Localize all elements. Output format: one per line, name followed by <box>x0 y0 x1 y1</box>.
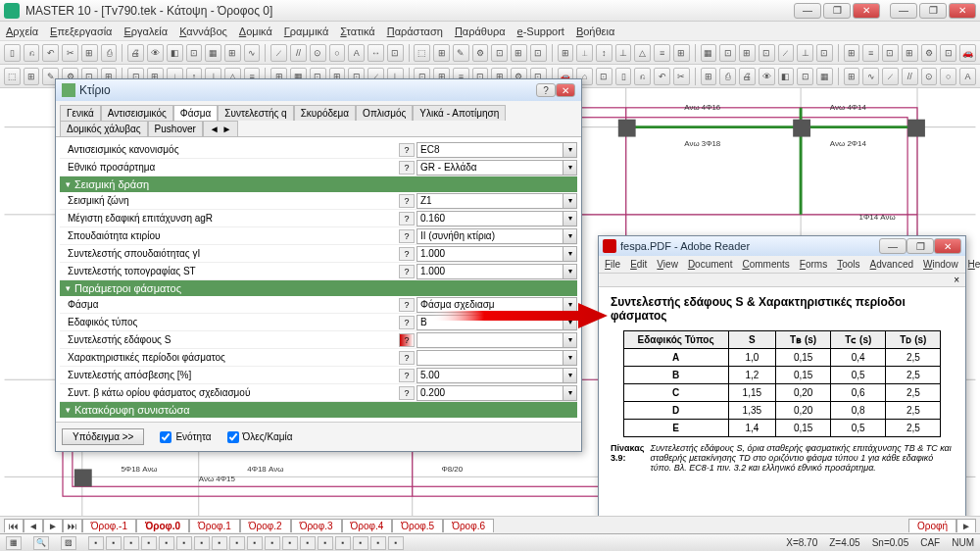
pdf-menu-help[interactable]: Help <box>968 259 980 270</box>
tab-Συντελεστής q[interactable]: Συντελεστής q <box>218 105 293 121</box>
chevron-down-icon[interactable]: ▾ <box>564 246 577 262</box>
toolbar-button[interactable]: A <box>348 44 365 62</box>
menu-καννάβος[interactable]: Καννάβος <box>179 25 227 37</box>
mdi-close-button[interactable]: ✕ <box>949 3 976 19</box>
toolbar-button[interactable]: ⟂ <box>576 44 593 62</box>
pdf-menu-comments[interactable]: Comments <box>742 259 789 270</box>
toolbar-button[interactable]: ✂ <box>62 44 78 62</box>
toolbar-button[interactable]: ⟋ <box>778 44 795 62</box>
toolbar-button[interactable]: ⊥ <box>615 44 632 62</box>
property-value[interactable] <box>416 350 564 366</box>
tab-last-icon[interactable]: ⏭ <box>63 519 82 532</box>
help-icon[interactable]: ? <box>399 316 415 329</box>
toolbar-button[interactable]: ⊡ <box>530 44 547 62</box>
property-value[interactable]: 5.00 <box>416 368 564 383</box>
menu-αρχεία[interactable]: Αρχεία <box>6 25 38 37</box>
toolbar-button[interactable]: ▯ <box>4 44 21 62</box>
pdf-titlebar[interactable]: fespa.PDF - Adobe Reader — ❐ ✕ <box>599 236 965 256</box>
property-value[interactable]: 1.000 <box>416 264 564 279</box>
toolbar-button[interactable]: ⊞ <box>844 44 860 62</box>
toolbar-button[interactable]: ▦ <box>701 44 717 62</box>
property-value[interactable]: 0.160 <box>416 211 564 226</box>
tab-scroll-right-icon[interactable]: ► <box>956 519 976 532</box>
tab-first-icon[interactable]: ⏮ <box>4 519 24 532</box>
pdf-menu-edit[interactable]: Edit <box>630 259 647 270</box>
toolbar-button[interactable]: ∿ <box>862 68 879 85</box>
toolbar-button[interactable]: 🖨 <box>127 44 144 62</box>
floor-tab[interactable]: Όροφ.2 <box>240 519 291 532</box>
chevron-down-icon[interactable]: ▾ <box>564 368 577 383</box>
toolbar-button[interactable]: ⊞ <box>24 68 40 85</box>
status-tool-button[interactable]: ▪ <box>247 536 263 550</box>
section-checkbox[interactable]: Ενότητα <box>160 431 211 443</box>
status-tool-button[interactable]: ▪ <box>265 536 280 550</box>
menu-παράσταση[interactable]: Παράσταση <box>387 25 443 37</box>
property-value[interactable]: ΙΙ (συνήθη κτίρια) <box>416 228 564 244</box>
status-tool-button[interactable]: ▪ <box>370 536 386 550</box>
status-tool-button[interactable]: ▪ <box>212 536 227 550</box>
chevron-down-icon[interactable]: ▾ <box>564 142 577 158</box>
tab-Υλικά - Αποτίμηση[interactable]: Υλικά - Αποτίμηση <box>413 105 506 121</box>
pdf-menu-advanced[interactable]: Advanced <box>870 259 913 270</box>
status-tool-button[interactable]: ▪ <box>229 536 245 550</box>
dialog-help-button[interactable]: ? <box>536 83 556 97</box>
pdf-close-button[interactable]: ✕ <box>934 238 961 254</box>
toolbar-button[interactable]: ⊡ <box>816 44 833 62</box>
section-vertical-component[interactable]: ▾Κατακόρυφη συνιστώσα <box>60 402 577 418</box>
toolbar-button[interactable]: 🚗 <box>959 44 976 62</box>
toolbar-button[interactable]: ▦ <box>816 68 833 85</box>
help-icon[interactable]: ? <box>399 298 415 312</box>
section-spectrum-params[interactable]: ▾Παράμετροι φάσματος <box>60 280 577 296</box>
sample-button[interactable]: Υπόδειγμα >> <box>62 428 144 445</box>
toolbar-button[interactable]: ≡ <box>654 44 670 62</box>
chevron-down-icon[interactable]: ▾ <box>564 264 577 279</box>
status-tool-icon[interactable]: ▦ <box>6 536 22 550</box>
help-icon[interactable]: ? <box>399 351 415 365</box>
pdf-menu-tools[interactable]: Tools <box>837 259 859 270</box>
toolbar-button[interactable]: // <box>902 68 918 85</box>
floor-tab[interactable]: Όροφ.-1 <box>82 519 136 532</box>
tab-Οπλισμός[interactable]: Οπλισμός <box>356 105 413 121</box>
toolbar-button[interactable]: ⊞ <box>511 44 527 62</box>
toolbar-button[interactable]: ⊡ <box>797 68 813 85</box>
help-icon[interactable]: ? <box>399 194 415 208</box>
floor-tab[interactable]: Όροφ.5 <box>392 519 443 532</box>
all-none-checkbox[interactable]: Όλες/Καμία <box>227 431 293 443</box>
toolbar-button[interactable]: ⊡ <box>387 44 404 62</box>
toolbar-button[interactable]: 🖨 <box>739 68 756 85</box>
toolbar-button[interactable]: ⬚ <box>4 68 21 85</box>
chevron-down-icon[interactable]: ▾ <box>564 297 577 313</box>
pdf-content[interactable]: Συντελεστής εδάφους S & Χαρακτηριστικές … <box>599 287 965 519</box>
menu-εργαλεία[interactable]: Εργαλεία <box>123 25 168 37</box>
status-tool-button[interactable]: ▪ <box>176 536 192 550</box>
tab-Αντισεισμικός[interactable]: Αντισεισμικός <box>101 105 173 121</box>
chevron-down-icon[interactable]: ▾ <box>564 211 577 226</box>
property-value[interactable]: GR - Ελλάδα <box>416 160 564 175</box>
toolbar-button[interactable]: // <box>290 44 307 62</box>
toolbar-button[interactable]: ⬚ <box>414 44 430 62</box>
toolbar-button[interactable]: ⊥ <box>797 44 813 62</box>
status-tool-button[interactable]: ▪ <box>141 536 157 550</box>
tab-Γενικά[interactable]: Γενικά <box>60 105 101 121</box>
tab-Δομικός χάλυβας[interactable]: Δομικός χάλυβας <box>60 121 148 136</box>
floor-tab[interactable]: Όροφ.1 <box>189 519 240 532</box>
toolbar-button[interactable]: ○ <box>940 68 956 85</box>
toolbar-button[interactable]: A <box>959 68 976 85</box>
toolbar-button[interactable]: △ <box>634 44 651 62</box>
toolbar-button[interactable]: ⎌ <box>24 44 40 62</box>
toolbar-button[interactable]: ⎙ <box>101 44 118 62</box>
menu-στατικά[interactable]: Στατικά <box>340 25 374 37</box>
pdf-menu-document[interactable]: Document <box>688 259 733 270</box>
status-tool-button[interactable]: ▪ <box>282 536 298 550</box>
help-icon[interactable]: ? <box>399 143 415 157</box>
chevron-down-icon[interactable]: ▾ <box>564 315 577 330</box>
floor-tab[interactable]: Όροφ.6 <box>443 519 494 532</box>
toolbar-button[interactable]: ⊞ <box>701 68 717 85</box>
toolbar-button[interactable]: ✂ <box>673 68 690 85</box>
tab-Φάσμα[interactable]: Φάσμα <box>173 105 218 121</box>
dialog-titlebar[interactable]: Κτίριο ? ✕ <box>56 79 581 101</box>
toolbar-button[interactable]: ⊙ <box>921 68 938 85</box>
property-value[interactable]: B <box>416 315 564 330</box>
help-icon[interactable]: ? <box>399 229 415 243</box>
toolbar-button[interactable]: 👁 <box>147 44 164 62</box>
